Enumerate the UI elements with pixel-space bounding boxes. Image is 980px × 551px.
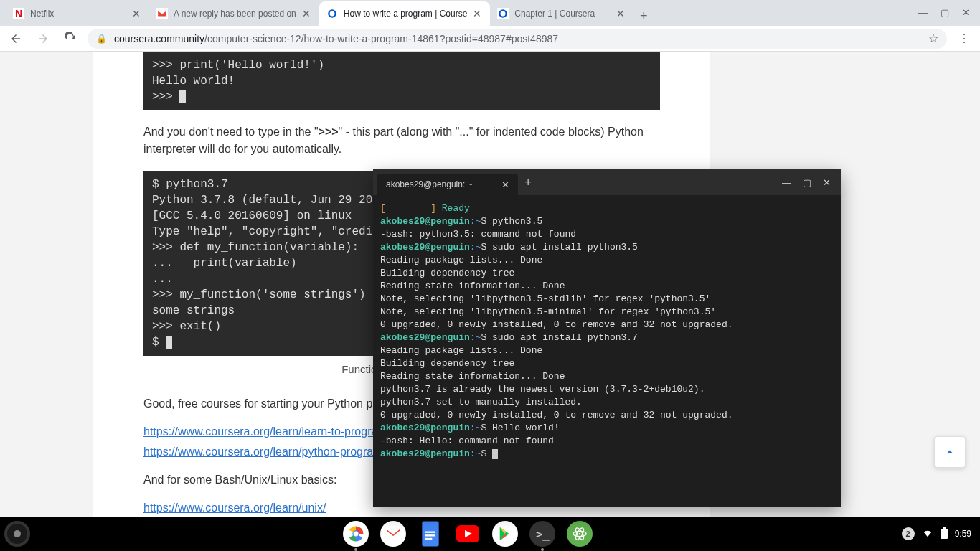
close-icon[interactable]: ✕ (823, 177, 831, 188)
notification-count[interactable]: 2 (902, 527, 915, 540)
window-controls: — ▢ ✕ (908, 0, 980, 25)
browser-menu-button[interactable]: ⋮ (954, 29, 974, 49)
forward-button[interactable] (33, 29, 53, 49)
docs-icon[interactable] (418, 521, 443, 547)
svg-rect-13 (941, 529, 948, 539)
svg-point-2 (354, 532, 359, 537)
coursera-icon (326, 8, 338, 19)
terminal-tab[interactable]: akobes29@penguin: ~ ✕ (377, 174, 518, 195)
svg-rect-7 (425, 538, 432, 540)
tab-title: A new reply has been posted on (174, 9, 296, 19)
close-icon[interactable]: ✕ (471, 8, 483, 19)
back-button[interactable] (6, 29, 26, 49)
svg-rect-3 (387, 529, 400, 538)
play-store-icon[interactable] (492, 521, 518, 547)
battery-icon (941, 527, 948, 541)
clock: 9:59 (955, 529, 971, 539)
close-icon[interactable]: ✕ (501, 179, 509, 190)
netflix-icon: N (13, 8, 24, 19)
terminal-tab-title: akobes29@penguin: ~ (386, 179, 473, 189)
chromeos-shelf: >_ 2 9:59 (0, 517, 980, 551)
svg-rect-14 (943, 527, 946, 529)
bookmark-star-icon[interactable]: ☆ (928, 32, 938, 45)
maximize-icon[interactable]: ▢ (803, 177, 811, 188)
scroll-to-top-button[interactable] (934, 436, 966, 468)
url-bar[interactable]: 🔒 coursera.community/computer-science-12… (88, 29, 947, 49)
browser-tab-strip: N Netflix ✕ A new reply has been posted … (0, 0, 980, 26)
new-tab-button[interactable]: + (633, 6, 654, 26)
terminal-titlebar[interactable]: akobes29@penguin: ~ ✕ + — ▢ ✕ (373, 169, 841, 195)
minimize-icon[interactable]: — (918, 7, 928, 18)
code-block-hello: >>> print('Hello world!') Hello world! >… (143, 52, 660, 110)
tab-title: How to write a program | Course (344, 9, 468, 19)
tab-title: Chapter 1 | Coursera (514, 9, 611, 19)
terminal-shelf-icon[interactable]: >_ (529, 521, 555, 547)
close-icon[interactable]: ✕ (301, 8, 312, 19)
terminal-window[interactable]: akobes29@penguin: ~ ✕ + — ▢ ✕ [========]… (373, 169, 841, 507)
minimize-icon[interactable]: — (782, 177, 791, 188)
reload-button[interactable] (60, 29, 80, 49)
tab-netflix[interactable]: N Netflix ✕ (6, 1, 149, 26)
gmail-icon[interactable] (380, 521, 406, 547)
terminal-body[interactable]: [========] Ready akobes29@penguin:~$ pyt… (373, 195, 841, 507)
terminal-new-tab-button[interactable]: + (525, 176, 532, 189)
tab-gmail[interactable]: A new reply has been posted on ✕ (149, 1, 319, 26)
close-icon[interactable]: ✕ (131, 8, 142, 19)
svg-point-12 (579, 533, 581, 535)
lock-icon: 🔒 (96, 34, 107, 44)
address-bar: 🔒 coursera.community/computer-science-12… (0, 26, 980, 52)
svg-rect-4 (423, 522, 439, 547)
wifi-icon (922, 527, 933, 541)
url-text: coursera.community/computer-science-12/h… (114, 33, 558, 44)
tab-title: Netflix (30, 9, 126, 19)
youtube-icon[interactable] (455, 521, 481, 547)
coursera-icon (497, 8, 509, 19)
paragraph-explain: And you don't need to type in the ">>>" … (143, 123, 660, 158)
tab-coursera-chapter[interactable]: Chapter 1 | Coursera ✕ (490, 1, 633, 26)
atom-icon[interactable] (567, 521, 593, 547)
launcher-button[interactable] (4, 521, 30, 547)
close-icon[interactable]: ✕ (615, 8, 626, 19)
chrome-icon[interactable] (343, 521, 369, 547)
close-window-icon[interactable]: ✕ (962, 7, 970, 18)
maximize-icon[interactable]: ▢ (941, 7, 949, 18)
gmail-icon (156, 8, 168, 19)
tab-coursera-active[interactable]: How to write a program | Course ✕ (319, 1, 491, 26)
svg-rect-5 (425, 532, 435, 533)
terminal-window-controls: — ▢ ✕ (782, 177, 841, 188)
svg-rect-6 (425, 534, 435, 536)
system-tray[interactable]: 2 9:59 (902, 527, 980, 541)
